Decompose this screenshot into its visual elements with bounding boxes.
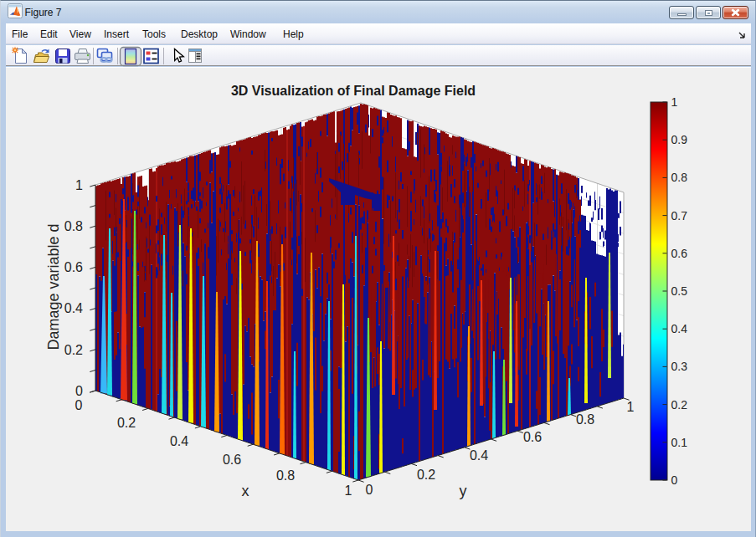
svg-text:0.5: 0.5 bbox=[671, 284, 688, 298]
svg-text:0.6: 0.6 bbox=[223, 453, 241, 467]
svg-text:0.4: 0.4 bbox=[64, 301, 83, 315]
svg-text:3D Visualization of Final Dama: 3D Visualization of Final Damage Field bbox=[231, 84, 476, 98]
svg-text:0.6: 0.6 bbox=[523, 430, 542, 444]
svg-text:0.1: 0.1 bbox=[671, 436, 688, 449]
svg-text:0.8: 0.8 bbox=[576, 412, 594, 427]
svg-text:0.4: 0.4 bbox=[170, 434, 188, 448]
svg-text:0: 0 bbox=[366, 483, 373, 497]
svg-text:y: y bbox=[460, 483, 467, 499]
svg-text:0.2: 0.2 bbox=[417, 468, 435, 482]
svg-text:1: 1 bbox=[671, 95, 678, 109]
svg-text:0.8: 0.8 bbox=[64, 219, 83, 233]
svg-text:0.3: 0.3 bbox=[671, 360, 688, 373]
svg-text:0.9: 0.9 bbox=[671, 133, 688, 146]
svg-text:0: 0 bbox=[671, 473, 678, 487]
svg-text:1: 1 bbox=[627, 400, 635, 414]
svg-text:0.6: 0.6 bbox=[671, 247, 688, 260]
svg-text:0.8: 0.8 bbox=[671, 171, 688, 184]
svg-text:0.2: 0.2 bbox=[671, 398, 688, 412]
svg-text:x: x bbox=[242, 483, 249, 499]
svg-text:Damage variable d: Damage variable d bbox=[45, 223, 62, 350]
svg-text:0.2: 0.2 bbox=[117, 416, 136, 430]
svg-text:0.8: 0.8 bbox=[276, 468, 295, 483]
svg-text:0.4: 0.4 bbox=[671, 322, 688, 335]
svg-text:0: 0 bbox=[75, 384, 83, 398]
svg-text:0.4: 0.4 bbox=[470, 448, 488, 463]
svg-text:0: 0 bbox=[75, 398, 83, 412]
svg-text:0.6: 0.6 bbox=[64, 260, 83, 274]
svg-text:1: 1 bbox=[75, 178, 83, 192]
svg-text:1: 1 bbox=[345, 483, 352, 498]
svg-text:0.7: 0.7 bbox=[671, 209, 688, 222]
svg-text:0.2: 0.2 bbox=[64, 343, 83, 357]
